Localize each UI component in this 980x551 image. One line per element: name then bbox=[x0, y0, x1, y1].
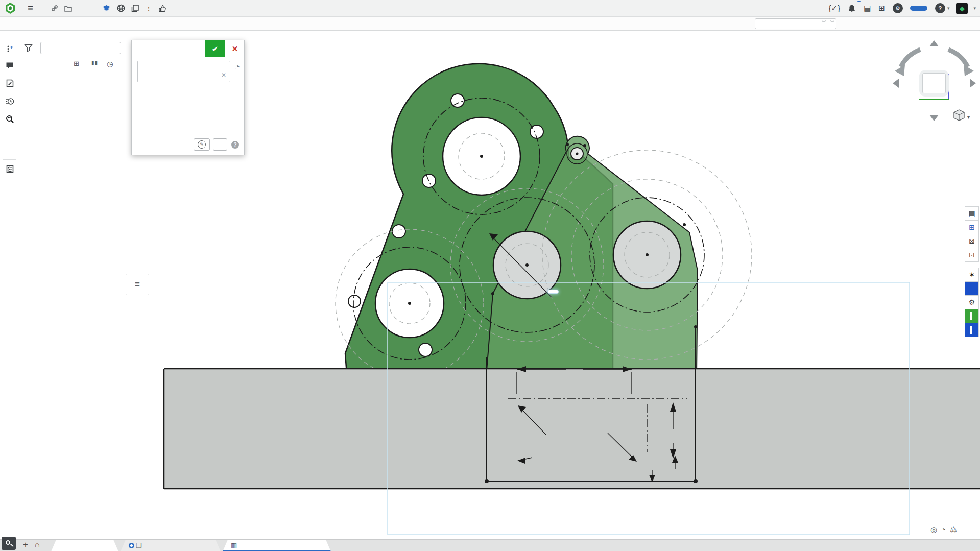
view-mode-cube-icon[interactable]: ▾ bbox=[954, 110, 970, 121]
comments-icon[interactable] bbox=[0, 59, 19, 72]
dialog-help-icon[interactable]: ? bbox=[231, 141, 239, 149]
shortcut-key-alt bbox=[822, 20, 826, 22]
view-up-arrow[interactable] bbox=[929, 40, 939, 46]
view-down-arrow[interactable] bbox=[929, 115, 939, 121]
dialog-accept-button[interactable]: ✔ bbox=[205, 40, 225, 57]
feature-filter-input[interactable] bbox=[40, 42, 121, 54]
link-icon[interactable] bbox=[51, 5, 58, 12]
rotate-right-arrowhead[interactable] bbox=[964, 65, 974, 76]
main-menu-icon[interactable]: ≡ bbox=[28, 3, 33, 14]
help-icon[interactable]: ?▾ bbox=[935, 3, 950, 13]
parts-divider bbox=[19, 391, 125, 391]
featurescript-icon[interactable]: {✓} bbox=[829, 4, 841, 13]
grid-move-icon[interactable]: ⊠ bbox=[965, 234, 979, 248]
tube-body[interactable] bbox=[164, 369, 980, 489]
avatar[interactable]: ◆ bbox=[956, 3, 968, 14]
feature-tree-panel: ⊞ ▮▮ ◷ bbox=[19, 31, 125, 539]
learning-icon[interactable] bbox=[102, 5, 111, 12]
view-cube: ▾ bbox=[889, 38, 980, 125]
dialog-rollback-icon[interactable]: ◔ bbox=[234, 62, 240, 73]
view-cube-face-left[interactable] bbox=[922, 73, 946, 93]
history-icon[interactable] bbox=[0, 94, 19, 108]
dimension-tooltip bbox=[547, 290, 559, 294]
rail-divider bbox=[3, 159, 16, 160]
user-menu-caret-icon[interactable]: ▾ bbox=[973, 6, 976, 11]
panel-collapse-button[interactable]: ≡ bbox=[126, 274, 149, 295]
versions-icon[interactable]: ⁝ bbox=[148, 5, 150, 12]
tool-search[interactable] bbox=[755, 18, 836, 29]
view-right-arrow[interactable] bbox=[970, 79, 976, 88]
part-studio-icon: ▥ bbox=[231, 541, 237, 549]
svg-text:▾: ▾ bbox=[967, 114, 970, 120]
shortcut-key-c bbox=[830, 20, 834, 22]
tab-bar: + ⌂ ❒ ▥ bbox=[0, 539, 980, 551]
sketch-toolbar bbox=[0, 17, 980, 31]
suppress-icon[interactable]: ▮▮ bbox=[91, 60, 98, 65]
mk-tool-icon[interactable] bbox=[965, 281, 979, 296]
presence-icon[interactable] bbox=[0, 42, 19, 55]
feature-tree bbox=[19, 69, 125, 539]
tasks-icon[interactable]: ▤ bbox=[864, 4, 871, 13]
tab-exercise5-assembly[interactable]: ❒ bbox=[121, 540, 221, 551]
left-icon-rail bbox=[0, 31, 19, 539]
protractor-icon[interactable]: ◔ bbox=[941, 525, 946, 534]
green-book-icon[interactable] bbox=[965, 309, 979, 323]
sketch-dialog: ✔ ✕ ✕ ◔ ✎ ? bbox=[131, 40, 245, 155]
share-button[interactable] bbox=[910, 6, 927, 11]
add-tab-button[interactable]: + bbox=[19, 540, 32, 551]
final-button[interactable] bbox=[213, 138, 227, 151]
custom-tools-rail: ▤ ⊞ ⊠ ⊡ ✶ ⚙ bbox=[965, 206, 980, 337]
filter-funnel-icon[interactable] bbox=[24, 44, 33, 54]
home-tab-icon[interactable]: ⌂ bbox=[35, 540, 40, 549]
notifications-bell-icon[interactable] bbox=[848, 4, 856, 13]
grid-script-icon[interactable]: ⊡ bbox=[965, 248, 979, 262]
stamp-tool-icon[interactable]: ▤ bbox=[965, 206, 979, 221]
scale-icon[interactable]: ⚖ bbox=[950, 525, 957, 534]
discover-icon[interactable] bbox=[0, 112, 19, 126]
checklist-icon[interactable] bbox=[0, 162, 19, 176]
tab-exercise5-part-studio[interactable]: ▥ bbox=[223, 540, 331, 551]
rotate-left-arrow[interactable] bbox=[901, 50, 920, 67]
rotate-left-arrowhead[interactable] bbox=[895, 65, 905, 76]
blue-book-icon[interactable] bbox=[965, 323, 979, 337]
tab-exercise5-flip[interactable] bbox=[51, 540, 118, 551]
onshape-logo-icon[interactable] bbox=[4, 2, 16, 14]
measure-tools: ◎ ◔ ⚖ bbox=[930, 525, 957, 534]
app-header: ≡ ⁝ {✓} ▤ ⊞ ⚙ ?▾ ◆ ▾ bbox=[0, 0, 980, 17]
screenshot-tool-icon[interactable] bbox=[2, 537, 16, 550]
sketch-view-button[interactable]: ✎ bbox=[194, 138, 210, 151]
new-folder-icon[interactable]: ⊞ bbox=[74, 60, 79, 67]
likes-icon[interactable] bbox=[158, 5, 166, 12]
version-folder-icon[interactable] bbox=[64, 5, 72, 12]
butterfly-tool-icon[interactable]: ✶ bbox=[965, 268, 979, 282]
view-left-arrow[interactable] bbox=[893, 79, 899, 88]
sketch-plane-field[interactable]: ✕ bbox=[137, 61, 230, 82]
grid-cube-icon[interactable]: ⊞ bbox=[965, 220, 979, 234]
rotate-right-arrow[interactable] bbox=[948, 50, 968, 67]
rollback-icon[interactable]: ◷ bbox=[107, 60, 113, 68]
public-globe-icon[interactable] bbox=[117, 4, 125, 12]
view-cube-face bbox=[919, 70, 949, 97]
clear-selection-icon[interactable]: ✕ bbox=[221, 71, 226, 79]
apps-grid-icon[interactable]: ⊞ bbox=[878, 4, 885, 13]
assembly-icon: ❒ bbox=[129, 542, 142, 549]
copies-icon[interactable] bbox=[131, 5, 139, 12]
robot-tool-icon[interactable]: ⚙ bbox=[965, 295, 979, 309]
notification-badge bbox=[857, 1, 861, 2]
dialog-cancel-button[interactable]: ✕ bbox=[226, 40, 244, 57]
assistant-icon[interactable]: ⚙ bbox=[893, 3, 903, 13]
doc-notes-icon[interactable] bbox=[0, 77, 19, 90]
tape-measure-icon[interactable]: ◎ bbox=[930, 525, 937, 534]
